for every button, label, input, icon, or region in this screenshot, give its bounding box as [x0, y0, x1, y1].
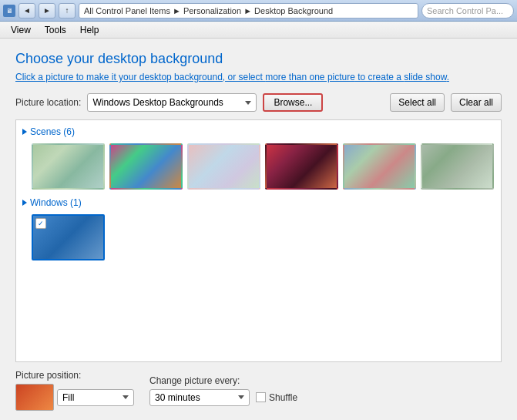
clear-all-button[interactable]: Clear all [451, 93, 502, 112]
windows-collapse-arrow [22, 200, 27, 206]
change-section: Change picture every: 30 minutes Shuffle [149, 375, 297, 406]
shuffle-label: Shuffle [269, 392, 297, 403]
wallpaper-thumb-s2[interactable] [109, 143, 183, 190]
scenes-group-header[interactable]: Scenes (6) [22, 126, 495, 137]
slide-show-link1[interactable]: more than one picture [265, 72, 355, 82]
position-section: Picture position: Fill [15, 370, 134, 411]
page-subtitle: Click a picture to make it your desktop … [15, 72, 502, 82]
location-dropdown-arrow [245, 101, 251, 105]
wallpaper-thumb-s1[interactable] [32, 143, 105, 190]
wallpaper-thumb-s5[interactable] [343, 143, 416, 190]
position-dropdown[interactable]: Fill [57, 389, 134, 406]
window-icon: 🖥 [3, 5, 15, 17]
position-row: Fill [15, 384, 134, 411]
location-dropdown[interactable]: Windows Desktop Backgrounds [87, 93, 257, 112]
wallpaper-area: Scenes (6) Windows (1) ✓ [15, 119, 502, 362]
windows-wallpaper-grid: ✓ [22, 214, 495, 260]
up-button[interactable]: ↑ [59, 3, 76, 18]
position-dropdown-value: Fill [62, 392, 74, 403]
change-dropdown-arrow [238, 395, 244, 399]
breadcrumb: All Control Panel Items ► Personalizatio… [79, 3, 418, 18]
wallpaper-thumb-w1[interactable]: ✓ [32, 214, 105, 260]
position-dropdown-arrow [123, 395, 129, 399]
change-dropdown-value: 30 minutes [155, 392, 200, 403]
menu-view[interactable]: View [5, 23, 37, 37]
scenes-collapse-arrow [22, 129, 27, 135]
wallpaper-thumb-s4[interactable] [265, 143, 338, 190]
scenes-wallpaper-grid [22, 143, 495, 190]
location-label: Picture location: [15, 97, 81, 108]
forward-button[interactable]: ► [39, 3, 55, 18]
position-label: Picture position: [15, 370, 134, 381]
back-button[interactable]: ◄ [18, 3, 35, 18]
change-row: 30 minutes Shuffle [149, 389, 297, 406]
windows-group-label: Windows (1) [30, 197, 82, 208]
bottom-controls: Picture position: Fill Change picture ev… [15, 370, 502, 411]
page-title: Choose your desktop background [15, 51, 502, 67]
thumb-checkbox-w1: ✓ [35, 218, 46, 229]
main-content: Choose your desktop background Click a p… [0, 39, 517, 420]
location-row: Picture location: Windows Desktop Backgr… [15, 93, 502, 112]
search-box[interactable]: Search Control Pa... [421, 3, 514, 18]
title-bar: 🖥 ◄ ► ↑ All Control Panel Items ► Person… [0, 0, 517, 22]
shuffle-checkbox[interactable] [256, 392, 266, 402]
slide-show-link2[interactable]: slide show [404, 72, 446, 82]
position-preview-thumb [15, 384, 54, 411]
menu-tools[interactable]: Tools [39, 23, 72, 37]
windows-group-header[interactable]: Windows (1) [22, 197, 495, 208]
location-dropdown-value: Windows Desktop Backgrounds [92, 97, 242, 108]
select-all-button[interactable]: Select all [390, 93, 445, 112]
browse-button[interactable]: Browse... [263, 93, 323, 112]
scenes-group-label: Scenes (6) [30, 126, 75, 137]
change-dropdown[interactable]: 30 minutes [149, 389, 250, 406]
shuffle-row: Shuffle [256, 392, 297, 403]
wallpaper-thumb-s3[interactable] [187, 143, 260, 190]
change-label: Change picture every: [149, 375, 297, 386]
wallpaper-thumb-s6[interactable] [421, 143, 494, 190]
menu-bar: View Tools Help [0, 22, 517, 39]
menu-help[interactable]: Help [74, 23, 106, 37]
